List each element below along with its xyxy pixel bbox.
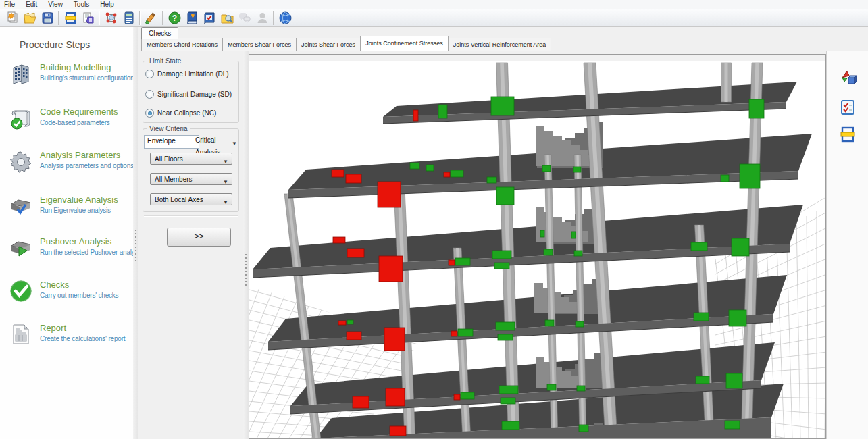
step-title: Code Requirements (40, 107, 130, 117)
menu-edit[interactable]: Edit (26, 1, 37, 8)
open-folder-icon (23, 11, 37, 25)
radio-label: Significant Damage (SD) (157, 91, 232, 98)
toolbar-separator (162, 11, 163, 25)
book-check-button[interactable] (201, 10, 218, 26)
calculator-icon (122, 11, 136, 25)
menu-file[interactable]: File (4, 1, 15, 8)
step-subtitle: Carry out members' checks (40, 292, 130, 299)
check-circle-icon (8, 278, 34, 304)
radio-damage-limitation[interactable]: Damage Limitation (DL) (145, 70, 229, 78)
procedure-steps-panel: Procedure Steps Building Modelling Build… (0, 27, 134, 439)
checks-content: Limit State Damage Limitation (DL) Signi… (138, 51, 868, 439)
toolbar-separator (58, 11, 59, 25)
menu-help[interactable]: Help (100, 1, 114, 8)
tab-joints-vertical-reinforcement-area[interactable]: Joints Vertical Reinforcement Area (448, 38, 552, 51)
tab-checks[interactable]: Checks (141, 27, 178, 39)
frame-member-button[interactable] (61, 10, 79, 26)
model-3d-icon (104, 11, 118, 25)
step-subtitle: Analysis parameters and options (40, 162, 130, 170)
model-3d-viewport[interactable] (249, 54, 826, 439)
report-document-button[interactable] (79, 10, 97, 26)
radio-label: Damage Limitation (DL) (157, 70, 229, 78)
sidebar-title: Procedure Steps (20, 39, 90, 50)
user-button[interactable] (253, 10, 271, 26)
frame-view-button[interactable] (837, 124, 859, 145)
step-title: Analysis Parameters (40, 150, 130, 160)
globe-icon (278, 11, 292, 25)
manual-button[interactable] (183, 10, 201, 26)
tab-joints-confinement-stresses[interactable]: Joints Confinement Stresses (360, 36, 449, 51)
building-model-scene (249, 55, 826, 439)
new-document-button[interactable] (3, 10, 21, 26)
envelope-field[interactable]: Envelope (144, 135, 199, 149)
sidebar-item-pushover-analysis[interactable]: Pushover Analysis Run the selected Pusho… (8, 236, 130, 256)
menu-view[interactable]: View (48, 1, 63, 8)
checks-tabstrip: Members Chord Rotations Members Shear Fo… (138, 38, 868, 52)
report-document-icon (81, 11, 95, 25)
menu-tools[interactable]: Tools (74, 1, 89, 8)
step-title: Pushover Analysis (40, 236, 130, 247)
radio-significant-damage[interactable]: Significant Damage (SD) (145, 90, 232, 99)
eigenvalue-icon (8, 193, 34, 219)
building-icon (8, 61, 34, 86)
step-subtitle: Code-based parameters (40, 119, 130, 126)
help-button[interactable]: ? (165, 10, 183, 26)
manual-book-icon (185, 11, 199, 25)
brush-icon (145, 11, 159, 25)
tab-joints-shear-forces[interactable]: Joints Shear Forces (296, 38, 361, 51)
brush-button[interactable] (143, 10, 160, 26)
chat-button[interactable] (236, 10, 253, 26)
calculator-button[interactable] (120, 10, 137, 26)
user-icon (255, 11, 270, 25)
toolbar-separator (139, 11, 141, 25)
sidebar-item-building-modelling[interactable]: Building Modelling Building's structural… (8, 62, 130, 82)
axes-dropdown[interactable]: Both Local Axes ▼ (150, 193, 232, 205)
sidebar-item-code-requirements[interactable]: Code Requirements Code-based parameters (8, 107, 130, 126)
splitter-handle-icon (245, 254, 247, 286)
scroll-check-icon (8, 105, 34, 131)
sidebar-item-analysis-parameters[interactable]: Analysis Parameters Analysis parameters … (8, 150, 130, 170)
radio-near-collapse[interactable]: Near Collapse (NC) (145, 109, 216, 118)
expand-button[interactable]: >> (167, 228, 231, 247)
globe-button[interactable] (276, 10, 294, 26)
sidebar-item-eigenvalue-analysis[interactable]: Eigenvalue Analysis Run Eigenvalue analy… (8, 195, 130, 214)
main-area: Checks Members Chord Rotations Members S… (138, 26, 868, 439)
tab-members-chord-rotations[interactable]: Members Chord Rotations (141, 38, 223, 51)
save-button[interactable] (39, 10, 56, 26)
sidebar-item-checks[interactable]: Checks Carry out members' checks (8, 280, 130, 299)
sidebar-item-report[interactable]: Report Create the calculations' report (8, 323, 130, 342)
radio-icon (145, 70, 154, 78)
frame-member-icon (63, 11, 78, 25)
frame-view-icon (838, 125, 857, 144)
members-dropdown-value: All Members (155, 176, 193, 183)
viewport-top-strip (249, 55, 825, 61)
main-toolbar: ? (0, 9, 868, 27)
panel-splitter[interactable] (243, 51, 249, 439)
analysis-dropdown[interactable]: Critical Analysis ▼ (195, 134, 237, 147)
tab-members-shear-forces[interactable]: Members Shear Forces (222, 38, 297, 51)
search-folder-button[interactable] (218, 10, 236, 26)
checks-list-icon (838, 98, 857, 117)
book-check-icon (203, 11, 217, 25)
axes-dropdown-value: Both Local Axes (155, 196, 203, 203)
display-options-icon (838, 68, 857, 87)
help-icon: ? (168, 11, 182, 25)
toolbar-separator (99, 11, 100, 25)
pushover-icon (8, 235, 34, 261)
step-title: Report (40, 323, 130, 333)
step-title: Building Modelling (40, 62, 130, 72)
sidebar-splitter[interactable] (133, 27, 138, 439)
toolbar-separator (273, 11, 274, 25)
model-3d-button[interactable] (102, 10, 120, 26)
panel-divider (144, 215, 238, 217)
open-button[interactable] (21, 10, 39, 26)
members-dropdown[interactable]: All Members ▼ (150, 173, 232, 185)
menu-bar: File Edit View Tools Help (0, 0, 868, 9)
step-subtitle: Run Eigenvalue analysis (40, 207, 130, 214)
display-options-button[interactable] (837, 68, 859, 88)
chat-icon (238, 11, 252, 25)
chevron-down-icon: ▼ (232, 138, 237, 150)
checks-list-button[interactable] (837, 97, 859, 118)
floors-dropdown-value: All Floors (155, 155, 183, 163)
floors-dropdown[interactable]: All Floors ▼ (150, 153, 232, 165)
